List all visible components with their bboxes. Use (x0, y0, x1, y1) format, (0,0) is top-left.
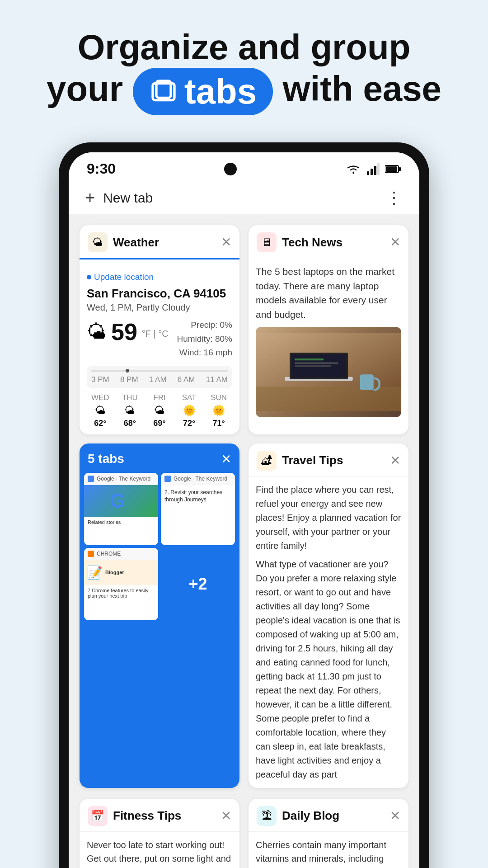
signal-icon (367, 163, 380, 175)
fitness-tips-body: Never too late to start working out! Get… (80, 832, 239, 868)
tabs-group-title: 5 tabs (88, 452, 124, 466)
travel-tips-icon: 🏕 (257, 451, 277, 471)
weather-date: Wed, 1 PM, Partly Cloudy (87, 302, 232, 313)
laptop-illustration (256, 327, 401, 417)
fitness-tips-text: Never too late to start working out! Get… (87, 838, 232, 868)
camera-notch (224, 163, 237, 175)
mini-tab-3-favicon (88, 551, 94, 557)
mini-tab-1-header: Google · The Keyword (84, 473, 158, 485)
weather-icon: 🌤 (88, 232, 108, 252)
mini-tab-3[interactable]: CHROME 📝 Blogger 7 Chrome features to ea… (84, 548, 158, 620)
tabs-badge-icon (149, 77, 178, 106)
travel-tips-card[interactable]: 🏕 Travel Tips ✕ Find the place where you… (249, 443, 408, 788)
svg-rect-5 (377, 163, 380, 175)
tech-news-close-button[interactable]: ✕ (390, 236, 400, 249)
svg-rect-4 (374, 166, 376, 175)
mini-tab-2-content: 2. Revisit your searches through Journey… (161, 485, 235, 508)
phone-screen: 9:30 (69, 152, 419, 868)
tabs-group-grid: Google · The Keyword G Related stories (80, 473, 239, 625)
weather-forecast: WED 🌤 62° THU 🌤 68° FRI 🌤 (87, 393, 232, 428)
wifi-icon (345, 163, 361, 175)
daily-blog-close-button[interactable]: ✕ (390, 808, 400, 823)
daily-blog-header: 🏝 Daily Blog ✕ (249, 799, 408, 832)
daily-blog-text: Cherries contain many important vitamins… (256, 838, 401, 868)
fitness-tips-icon: 📅 (88, 806, 108, 826)
mini-tab-1-favicon (88, 476, 94, 482)
weather-humidity: Humidity: 80% (177, 332, 233, 346)
mini-tab-2[interactable]: Google · The Keyword 2. Revisit your sea… (161, 473, 235, 545)
mini-tab-2-header: Google · The Keyword (161, 473, 235, 485)
phone-mockup: 9:30 (0, 133, 488, 868)
weather-update-location[interactable]: Update location (87, 272, 232, 282)
status-icons (345, 163, 401, 175)
new-tab-group: + New tab (85, 188, 153, 208)
weather-card[interactable]: 🌤 Weather ✕ Update location San Francisc… (80, 225, 239, 434)
mini-tab-plus2[interactable]: +2 (161, 548, 235, 620)
weather-location: San Francisco, CA 94105 (87, 287, 232, 301)
tabs-group-close-button[interactable]: ✕ (221, 452, 231, 467)
daily-blog-title: Daily Blog (282, 809, 385, 823)
battery-icon (385, 165, 401, 174)
travel-text-p2: What type of vacationer are you? Do you … (256, 557, 401, 782)
travel-tips-close-button[interactable]: ✕ (390, 454, 400, 467)
weather-close-button[interactable]: ✕ (221, 236, 231, 249)
svg-rect-2 (367, 171, 369, 175)
more-options-button[interactable]: ⋮ (386, 189, 403, 208)
new-tab-label: New tab (103, 190, 153, 206)
weather-temp-left: 🌤 59 °F | °C (87, 318, 169, 345)
mini-tab-1-image: G (84, 485, 158, 517)
weather-details: Precip: 0% Humidity: 80% Wind: 16 mph (177, 318, 233, 359)
tech-news-icon: 🖥 (257, 232, 277, 252)
svg-rect-16 (295, 365, 331, 367)
phone-frame: 9:30 (59, 142, 429, 868)
forecast-sun: SUN 🌞 71° (205, 393, 232, 428)
mini-tab-3-header: CHROME (84, 548, 158, 560)
svg-rect-7 (399, 167, 401, 171)
tech-news-title: Tech News (282, 236, 385, 250)
travel-text-p1: Find the place where you can rest, refue… (256, 483, 401, 553)
timeline-times: 3 PM 8 PM 1 AM 6 AM 11 AM (91, 375, 228, 384)
tabs-group-card[interactable]: 5 tabs ✕ Google · The Keyword (80, 443, 239, 788)
svg-rect-17 (360, 375, 374, 390)
weather-card-header: 🌤 Weather ✕ (80, 225, 239, 258)
daily-blog-icon: 🏝 (257, 806, 277, 826)
travel-tips-card-header: 🏕 Travel Tips ✕ (249, 443, 408, 476)
daily-blog-body: Cherries contain many important vitamins… (249, 832, 408, 868)
weather-update-label: Update location (94, 272, 154, 282)
tabs-badge-text: tabs (184, 71, 257, 112)
svg-rect-8 (386, 166, 397, 172)
fitness-tips-card[interactable]: 📅 Fitness Tips ✕ Never too late to start… (80, 799, 239, 868)
travel-tips-text: Find the place where you can rest, refue… (256, 483, 401, 782)
svg-text:G: G (110, 490, 125, 512)
new-tab-plus-button[interactable]: + (85, 188, 95, 208)
weather-title: Weather (113, 236, 216, 250)
mini-tab-3-content: 7 Chrome features to easily plan your ne… (84, 585, 158, 601)
tech-news-card[interactable]: 🖥 Tech News ✕ The 5 best laptops on the … (249, 225, 408, 434)
travel-tips-title: Travel Tips (282, 453, 385, 467)
google-g-icon: G (108, 490, 135, 512)
hero-section: Organize and group your tabs with ease (0, 0, 488, 133)
weather-timeline: 3 PM 8 PM 1 AM 6 AM 11 AM (87, 366, 232, 388)
tabs-badge: tabs (133, 68, 273, 116)
weather-card-body: Update location San Francisco, CA 94105 … (80, 266, 239, 434)
mini-tab-1-url: Google · The Keyword (97, 476, 150, 482)
weather-temp-row: 🌤 59 °F | °C Precip: 0% Humidity: 80% Wi… (87, 318, 232, 359)
bottom-row: 📅 Fitness Tips ✕ Never too late to start… (69, 799, 419, 868)
hero-line1: Organize and group (78, 27, 411, 67)
fitness-tips-title: Fitness Tips (113, 809, 216, 823)
weather-unit: °F | °C (142, 329, 169, 339)
svg-rect-3 (371, 169, 373, 175)
forecast-wed: WED 🌤 62° (87, 393, 114, 428)
forecast-sat: SAT 🌞 72° (176, 393, 203, 428)
tech-news-card-body: The 5 best laptops on the market today. … (249, 258, 408, 424)
daily-blog-card[interactable]: 🏝 Daily Blog ✕ Cherries contain many imp… (249, 799, 408, 868)
weather-wind: Wind: 16 mph (177, 346, 233, 359)
mini-tab-1[interactable]: Google · The Keyword G Related stories (84, 473, 158, 545)
mini-tab-1-content: Related stories (84, 517, 158, 528)
weather-dot-icon (87, 275, 91, 279)
fitness-tips-close-button[interactable]: ✕ (221, 808, 231, 823)
mini-tab-2-url: Google · The Keyword (174, 476, 227, 482)
timeline-bar (91, 370, 228, 372)
travel-tips-card-body: Find the place where you can rest, refue… (249, 476, 408, 788)
svg-rect-10 (256, 387, 401, 411)
